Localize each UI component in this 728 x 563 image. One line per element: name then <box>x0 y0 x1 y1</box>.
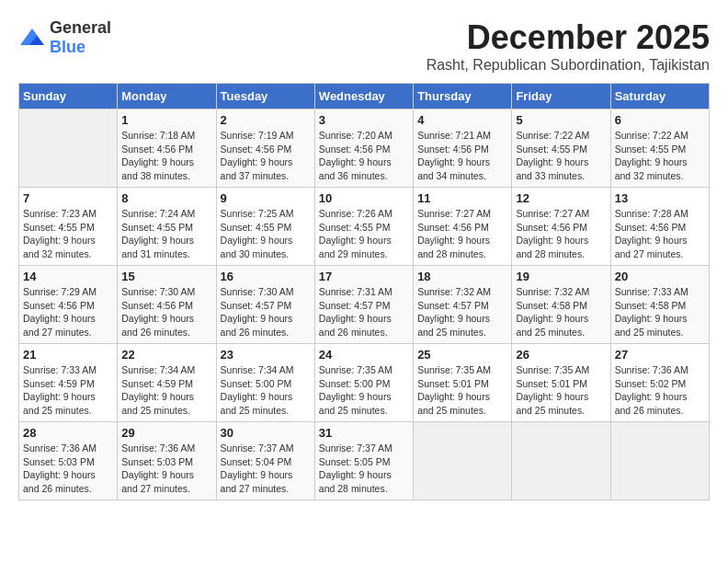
day-info: Sunrise: 7:22 AMSunset: 4:55 PMDaylight:… <box>615 129 705 183</box>
calendar-cell: 4Sunrise: 7:21 AMSunset: 4:56 PMDaylight… <box>414 109 512 188</box>
day-info: Sunrise: 7:37 AMSunset: 5:04 PMDaylight:… <box>221 442 311 496</box>
day-number: 26 <box>516 348 606 362</box>
weekday-header-row: SundayMondayTuesdayWednesdayThursdayFrid… <box>19 84 710 109</box>
day-number: 25 <box>417 348 507 362</box>
weekday-header-tuesday: Tuesday <box>216 84 314 109</box>
calendar-cell: 24Sunrise: 7:35 AMSunset: 5:00 PMDayligh… <box>314 344 413 422</box>
day-number: 28 <box>23 426 113 440</box>
calendar-cell: 15Sunrise: 7:30 AMSunset: 4:56 PMDayligh… <box>118 266 216 344</box>
day-number: 16 <box>221 270 311 283</box>
calendar-cell: 9Sunrise: 7:25 AMSunset: 4:55 PMDaylight… <box>216 188 314 266</box>
calendar-cell: 6Sunrise: 7:22 AMSunset: 4:55 PMDaylight… <box>610 109 709 188</box>
weekday-header-saturday: Saturday <box>610 84 709 109</box>
day-info: Sunrise: 7:35 AMSunset: 5:01 PMDaylight:… <box>417 363 507 418</box>
month-title: December 2025 <box>427 18 710 57</box>
day-number: 4 <box>417 113 507 127</box>
day-number: 30 <box>221 426 311 440</box>
day-number: 5 <box>516 113 606 127</box>
weekday-header-thursday: Thursday <box>414 84 512 109</box>
calendar-week-row: 1Sunrise: 7:18 AMSunset: 4:56 PMDaylight… <box>19 109 710 188</box>
day-number: 20 <box>615 270 705 283</box>
day-info: Sunrise: 7:32 AMSunset: 4:57 PMDaylight:… <box>417 285 507 339</box>
weekday-header-monday: Monday <box>118 84 216 109</box>
day-info: Sunrise: 7:33 AMSunset: 4:59 PMDaylight:… <box>23 363 113 418</box>
day-info: Sunrise: 7:36 AMSunset: 5:02 PMDaylight:… <box>615 363 705 418</box>
day-number: 6 <box>615 113 705 127</box>
calendar-cell: 8Sunrise: 7:24 AMSunset: 4:55 PMDaylight… <box>118 188 216 266</box>
day-number: 11 <box>417 191 507 205</box>
calendar-cell: 23Sunrise: 7:34 AMSunset: 5:00 PMDayligh… <box>216 344 314 422</box>
day-info: Sunrise: 7:37 AMSunset: 5:05 PMDaylight:… <box>319 442 409 496</box>
calendar-cell: 17Sunrise: 7:31 AMSunset: 4:57 PMDayligh… <box>314 266 413 344</box>
page-header: General Blue December 2025 Rasht, Republ… <box>18 18 710 74</box>
logo-blue-text: Blue <box>50 38 85 56</box>
calendar-cell: 12Sunrise: 7:27 AMSunset: 4:56 PMDayligh… <box>512 188 610 266</box>
weekday-header-wednesday: Wednesday <box>314 84 413 109</box>
day-info: Sunrise: 7:31 AMSunset: 4:57 PMDaylight:… <box>319 285 409 339</box>
day-info: Sunrise: 7:32 AMSunset: 4:58 PMDaylight:… <box>516 285 606 339</box>
day-number: 22 <box>121 348 211 362</box>
day-info: Sunrise: 7:28 AMSunset: 4:56 PMDaylight:… <box>615 207 705 261</box>
day-info: Sunrise: 7:27 AMSunset: 4:56 PMDaylight:… <box>516 207 606 261</box>
day-number: 9 <box>221 191 311 205</box>
calendar-week-row: 7Sunrise: 7:23 AMSunset: 4:55 PMDaylight… <box>19 188 710 266</box>
day-number: 13 <box>615 191 705 205</box>
weekday-header-sunday: Sunday <box>19 84 118 109</box>
calendar-cell <box>610 422 709 500</box>
calendar-week-row: 28Sunrise: 7:36 AMSunset: 5:03 PMDayligh… <box>19 422 710 500</box>
day-number: 18 <box>417 270 507 283</box>
calendar-cell <box>512 422 610 500</box>
day-number: 19 <box>516 270 606 283</box>
calendar-week-row: 21Sunrise: 7:33 AMSunset: 4:59 PMDayligh… <box>19 344 710 422</box>
day-info: Sunrise: 7:21 AMSunset: 4:56 PMDaylight:… <box>417 129 507 183</box>
calendar-cell: 3Sunrise: 7:20 AMSunset: 4:56 PMDaylight… <box>314 109 413 188</box>
calendar-cell: 1Sunrise: 7:18 AMSunset: 4:56 PMDaylight… <box>118 109 216 188</box>
location-subtitle: Rasht, Republican Subordination, Tajikis… <box>427 57 710 74</box>
day-info: Sunrise: 7:25 AMSunset: 4:55 PMDaylight:… <box>221 207 311 261</box>
day-info: Sunrise: 7:18 AMSunset: 4:56 PMDaylight:… <box>121 129 211 183</box>
day-info: Sunrise: 7:19 AMSunset: 4:56 PMDaylight:… <box>221 129 311 183</box>
weekday-header-friday: Friday <box>512 84 610 109</box>
day-number: 8 <box>121 191 211 205</box>
calendar-cell: 10Sunrise: 7:26 AMSunset: 4:55 PMDayligh… <box>314 188 413 266</box>
day-info: Sunrise: 7:30 AMSunset: 4:57 PMDaylight:… <box>221 285 311 339</box>
calendar-cell: 2Sunrise: 7:19 AMSunset: 4:56 PMDaylight… <box>216 109 314 188</box>
day-number: 31 <box>319 426 409 440</box>
title-area: December 2025 Rasht, Republican Subordin… <box>427 18 710 74</box>
calendar-cell: 14Sunrise: 7:29 AMSunset: 4:56 PMDayligh… <box>19 266 118 344</box>
day-info: Sunrise: 7:23 AMSunset: 4:55 PMDaylight:… <box>23 207 113 261</box>
day-info: Sunrise: 7:35 AMSunset: 5:00 PMDaylight:… <box>319 363 409 418</box>
calendar-cell: 27Sunrise: 7:36 AMSunset: 5:02 PMDayligh… <box>610 344 709 422</box>
day-number: 12 <box>516 191 606 205</box>
day-number: 3 <box>319 113 409 127</box>
calendar-cell: 16Sunrise: 7:30 AMSunset: 4:57 PMDayligh… <box>216 266 314 344</box>
calendar-week-row: 14Sunrise: 7:29 AMSunset: 4:56 PMDayligh… <box>19 266 710 344</box>
day-info: Sunrise: 7:35 AMSunset: 5:01 PMDaylight:… <box>516 363 606 418</box>
day-info: Sunrise: 7:34 AMSunset: 4:59 PMDaylight:… <box>121 363 211 418</box>
day-info: Sunrise: 7:34 AMSunset: 5:00 PMDaylight:… <box>221 363 311 418</box>
calendar-cell: 25Sunrise: 7:35 AMSunset: 5:01 PMDayligh… <box>414 344 512 422</box>
calendar-cell: 28Sunrise: 7:36 AMSunset: 5:03 PMDayligh… <box>19 422 118 500</box>
logo-icon <box>18 27 46 49</box>
logo-general-text: General <box>50 18 111 37</box>
day-number: 17 <box>319 270 409 283</box>
day-info: Sunrise: 7:20 AMSunset: 4:56 PMDaylight:… <box>319 129 409 183</box>
day-info: Sunrise: 7:29 AMSunset: 4:56 PMDaylight:… <box>23 285 113 339</box>
calendar-cell: 7Sunrise: 7:23 AMSunset: 4:55 PMDaylight… <box>19 188 118 266</box>
day-number: 2 <box>221 113 311 127</box>
calendar-cell: 20Sunrise: 7:33 AMSunset: 4:58 PMDayligh… <box>610 266 709 344</box>
day-number: 23 <box>221 348 311 362</box>
day-info: Sunrise: 7:30 AMSunset: 4:56 PMDaylight:… <box>121 285 211 339</box>
day-info: Sunrise: 7:36 AMSunset: 5:03 PMDaylight:… <box>121 442 211 496</box>
day-number: 1 <box>121 113 211 127</box>
calendar-cell <box>19 109 118 188</box>
calendar-cell: 18Sunrise: 7:32 AMSunset: 4:57 PMDayligh… <box>414 266 512 344</box>
calendar-cell: 5Sunrise: 7:22 AMSunset: 4:55 PMDaylight… <box>512 109 610 188</box>
calendar-cell <box>414 422 512 500</box>
day-info: Sunrise: 7:22 AMSunset: 4:55 PMDaylight:… <box>516 129 606 183</box>
calendar-cell: 30Sunrise: 7:37 AMSunset: 5:04 PMDayligh… <box>216 422 314 500</box>
day-number: 7 <box>23 191 113 205</box>
calendar-cell: 31Sunrise: 7:37 AMSunset: 5:05 PMDayligh… <box>314 422 413 500</box>
day-info: Sunrise: 7:33 AMSunset: 4:58 PMDaylight:… <box>615 285 705 339</box>
day-number: 10 <box>319 191 409 205</box>
